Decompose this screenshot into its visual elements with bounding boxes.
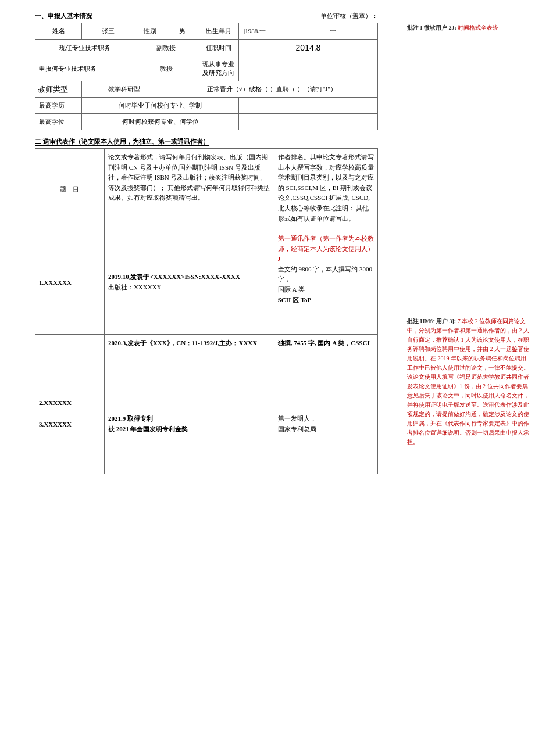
teacher-type-value: 教学科研型 (82, 81, 166, 98)
promotion-options: 正常晋升（√）破格（ ）直聘（ ）（请打"J"） (166, 81, 378, 98)
section1-header: 一、申报人基本情况 单位审核（盖章）： (35, 12, 378, 20)
pub3-rank: 第一发明人， 国家专利总局 (274, 410, 377, 474)
pub2-rank: 独撰, 7455 字, 国内 A 类，CSSCI (274, 335, 377, 410)
gender-label: 性别 (134, 23, 166, 40)
field-label: 现从事专业及研究方向 (198, 56, 239, 81)
table-row: 1.XXXXXX 2019.10,发表于<XXXXXX>ISSN:XXXX-XX… (35, 230, 378, 335)
highest-degree-value (239, 114, 378, 130)
col3-header: 作者排名。其申论文专著形式请写出本人撰写字数，对应学校高质量学术期刊目录类别，以… (274, 149, 377, 230)
dob-label: 出生年月 (198, 23, 239, 40)
col1-header: 题 目 (35, 149, 105, 230)
pub3-detail: 2021.9 取得专利 获 2021 年全国发明专利金奖 (104, 410, 274, 474)
gender-value: 男 (166, 23, 198, 40)
highest-degree-label: 最高学位 (35, 114, 82, 130)
name-value: 张三 (82, 23, 134, 40)
current-title-value: 副教授 (134, 40, 198, 56)
pub1-rank: 第一通讯作者（第一作者为本校教师，经商定本人为该论文使用人）J 全文约 9800… (274, 230, 377, 335)
current-title-label: 现任专业技术职务 (35, 40, 134, 56)
appoint-time-value: 2014.8 (239, 40, 378, 56)
comment-2: 批注 HMfc 用户 3]: 7.本校 2 位教师在同篇论文中，分别为第一作者和… (407, 317, 529, 447)
section2-title: 二'送审代表作（论文限本人使用，为独立、第一或通讯作者） (35, 137, 378, 146)
table-row: 3.XXXXXX 2021.9 取得专利 获 2021 年全国发明专利金奖 第一… (35, 410, 378, 474)
appoint-time-label: 任职时间 (198, 40, 239, 56)
dob-value: |1988.一一 (239, 23, 378, 40)
field-value (239, 56, 378, 81)
teacher-type-label: 教师类型 (35, 81, 82, 98)
pub2-title: 2.XXXXXX (35, 335, 105, 410)
pub1-title: 1.XXXXXX (35, 230, 105, 335)
pub3-title: 3.XXXXXX (35, 410, 105, 474)
highest-degree-note: 何时何校获何专业、何学位 (82, 114, 239, 130)
col2-header: 论文或专著形式，请写何年月何刊物发表、出版（国内期刊注明 CN 号及主办单位,国… (104, 149, 274, 230)
apply-title-label: 申报何专业技术职务 (35, 56, 134, 81)
comment-1: 批注 I 微软用户 2J: 时间格式全表统 (407, 23, 529, 33)
table-row: 2.XXXXXX 2020.3,发表于《XXX》, CN：11-1392/J,主… (35, 335, 378, 410)
name-label: 姓名 (35, 23, 82, 40)
highest-edu-label: 最高学历 (35, 98, 82, 114)
dob-underline (266, 35, 330, 35)
pub2-detail: 2020.3,发表于《XXX》, CN：11-1392/J,主办：XXXX (104, 335, 274, 410)
section1-title: 一、申报人基本情况 (35, 12, 92, 20)
pub1-detail: 2019.10,发表于<XXXXXX>ISSN:XXXX-XXXX 出版社：XX… (104, 230, 274, 335)
applicant-info-table: 姓名 张三 性别 男 出生年月 |1988.一一 现任专业技术职务 副教授 任职… (35, 23, 378, 130)
publications-table: 题 目 论文或专著形式，请写何年月何刊物发表、出版（国内期刊注明 CN 号及主办… (35, 148, 378, 474)
highest-edu-value (239, 98, 378, 114)
stamp-label: 单位审核（盖章）： (320, 12, 378, 20)
apply-title-value: 教授 (134, 56, 198, 81)
highest-edu-note: 何时毕业于何校何专业、学制 (82, 98, 239, 114)
